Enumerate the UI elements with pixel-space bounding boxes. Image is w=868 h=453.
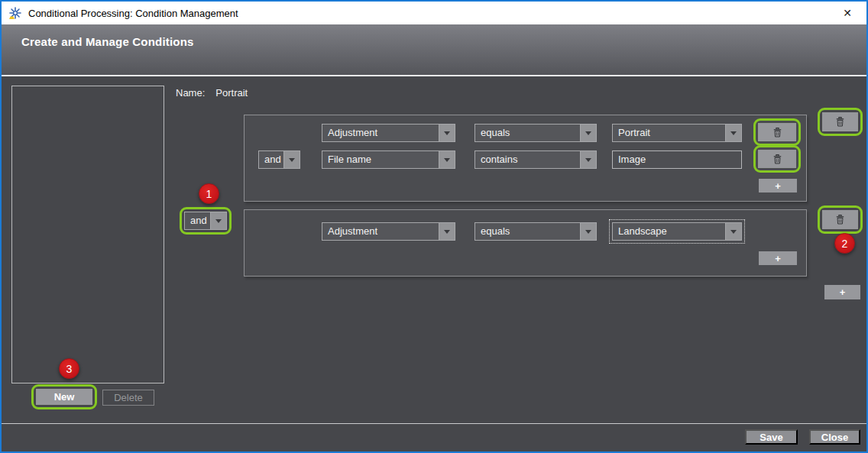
add-row-button[interactable]: +	[759, 251, 797, 265]
value-dropdown-focused[interactable]: Landscape	[612, 222, 742, 241]
value-dropdown-value: Landscape	[613, 223, 725, 240]
trash-icon	[836, 117, 844, 127]
page-title: Create and Manage Conditions	[21, 35, 194, 48]
highlight-ring	[753, 145, 801, 173]
join-dropdown-value: and	[259, 151, 283, 168]
field-dropdown[interactable]: Adjustment	[322, 222, 455, 241]
highlight-ring	[818, 205, 863, 234]
group-join-dropdown-value: and	[185, 212, 210, 229]
name-label: Name:	[176, 87, 205, 99]
delete-condition-button[interactable]: Delete	[102, 390, 154, 406]
footer-divider	[2, 423, 866, 424]
operator-dropdown-value: equals	[475, 125, 580, 141]
close-button[interactable]: Close	[809, 429, 860, 445]
operator-dropdown[interactable]: equals	[474, 222, 597, 241]
highlight-ring: New	[31, 384, 97, 409]
conditions-list[interactable]	[11, 86, 164, 383]
save-button[interactable]: Save	[745, 429, 798, 445]
name-value: Portrait	[215, 87, 248, 99]
callout-badge-3: 3	[59, 358, 79, 379]
trash-icon	[836, 215, 844, 225]
name-row: Name:Portrait	[176, 87, 248, 99]
field-dropdown-value: File name	[322, 151, 439, 168]
gear-flower-icon	[8, 6, 22, 20]
chevron-down-icon[interactable]	[210, 212, 226, 229]
chevron-down-icon[interactable]	[725, 125, 741, 141]
highlight-ring	[818, 108, 863, 136]
value-input[interactable]: Image	[612, 150, 742, 169]
chevron-down-icon[interactable]	[725, 223, 741, 240]
field-dropdown-value: Adjustment	[322, 223, 439, 240]
value-dropdown-value: Portrait	[613, 125, 725, 141]
field-dropdown[interactable]: File name	[322, 150, 455, 169]
delete-group-2-button[interactable]	[822, 210, 858, 229]
delete-row-button[interactable]	[758, 123, 796, 141]
close-icon[interactable]: ✕	[834, 2, 860, 24]
main-content: Name:Portrait Adjustment equals Portrait	[2, 76, 866, 451]
operator-dropdown-value: contains	[475, 151, 580, 168]
chevron-down-icon[interactable]	[439, 151, 455, 168]
dialog-window: Conditional Processing: Condition Manage…	[0, 0, 868, 453]
title-bar: Conditional Processing: Condition Manage…	[2, 2, 866, 24]
field-dropdown[interactable]: Adjustment	[322, 124, 455, 142]
callout-badge-2: 2	[834, 233, 855, 254]
join-dropdown[interactable]: and	[258, 150, 300, 169]
new-condition-button[interactable]: New	[36, 389, 92, 405]
add-group-button[interactable]: +	[824, 285, 860, 299]
delete-group-1-button[interactable]	[822, 112, 858, 131]
operator-dropdown[interactable]: equals	[474, 124, 597, 142]
add-row-button[interactable]: +	[759, 179, 797, 193]
chevron-down-icon[interactable]	[283, 151, 300, 168]
value-dropdown[interactable]: Portrait	[612, 124, 742, 142]
operator-dropdown-value: equals	[475, 223, 580, 240]
callout-badge-1: 1	[199, 183, 219, 204]
chevron-down-icon[interactable]	[439, 223, 455, 240]
operator-dropdown[interactable]: contains	[474, 150, 597, 169]
chevron-down-icon[interactable]	[580, 223, 596, 240]
chevron-down-icon[interactable]	[580, 151, 596, 168]
trash-icon	[773, 128, 782, 138]
highlight-ring	[753, 118, 801, 146]
delete-row-button[interactable]	[758, 150, 796, 168]
highlight-ring: and	[180, 207, 232, 235]
chevron-down-icon[interactable]	[439, 125, 455, 141]
group-join-dropdown[interactable]: and	[184, 212, 227, 230]
page-header: Create and Manage Conditions	[2, 24, 866, 76]
chevron-down-icon[interactable]	[580, 125, 596, 141]
window-title: Conditional Processing: Condition Manage…	[28, 8, 238, 19]
field-dropdown-value: Adjustment	[322, 125, 439, 141]
condition-group-1: Adjustment equals Portrait	[244, 115, 807, 202]
trash-icon	[773, 154, 782, 164]
condition-group-2: Adjustment equals Landscape +	[244, 209, 807, 277]
